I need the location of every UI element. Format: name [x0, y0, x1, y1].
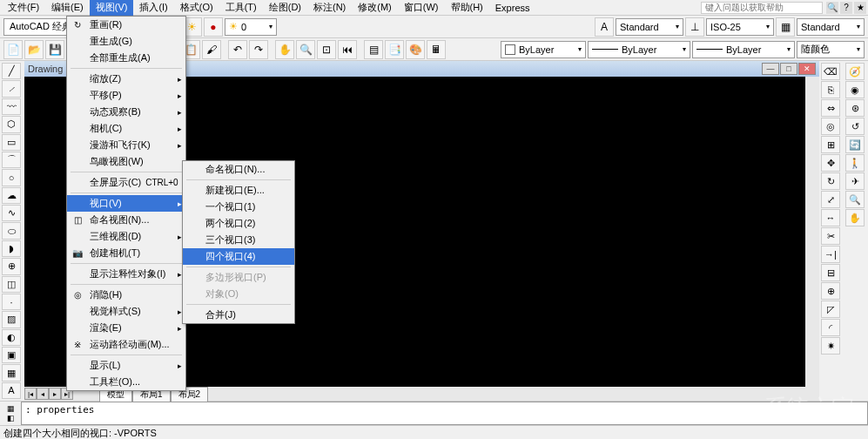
- menu-view[interactable]: 视图(V): [90, 0, 134, 16]
- save-icon[interactable]: 💾: [45, 40, 64, 59]
- maximize-button[interactable]: □: [780, 63, 797, 75]
- menu-item[interactable]: 显示(L)▸: [67, 357, 185, 374]
- join-icon[interactable]: ⊕: [821, 282, 840, 300]
- trim-icon[interactable]: ✂: [821, 227, 840, 245]
- layer-dropdown[interactable]: ☀0▾: [225, 18, 277, 36]
- menu-item[interactable]: 鸟瞰视图(W): [67, 153, 185, 170]
- matchprop-icon[interactable]: 🖌: [202, 40, 221, 59]
- menu-tools[interactable]: 工具(T): [219, 0, 263, 16]
- menu-item[interactable]: 全部重生成(A): [67, 50, 185, 66]
- rotate-icon[interactable]: ↻: [821, 172, 840, 190]
- rectangle-icon[interactable]: ▭: [2, 134, 21, 151]
- textstyle-dropdown[interactable]: Standard▾: [616, 18, 683, 36]
- extend-icon[interactable]: →|: [821, 246, 840, 263]
- menu-item[interactable]: 命名视口(N)...: [183, 161, 294, 178]
- menu-item[interactable]: 一个视口(1): [183, 199, 294, 215]
- color-dropdown[interactable]: ByLayer▾: [501, 41, 586, 58]
- circle-icon[interactable]: ○: [2, 169, 21, 186]
- table-icon[interactable]: ▦: [2, 364, 21, 381]
- move-icon[interactable]: ✥: [821, 154, 840, 172]
- minimize-button[interactable]: —: [762, 63, 779, 75]
- menu-item[interactable]: ◎消隐(H): [67, 287, 185, 303]
- menu-edit[interactable]: 编辑(E): [45, 0, 90, 16]
- menu-express[interactable]: Express: [489, 1, 536, 15]
- revcloud-icon[interactable]: ☁: [2, 187, 21, 204]
- menu-draw[interactable]: 绘图(D): [263, 0, 307, 16]
- ellipsearc-icon[interactable]: ◗: [2, 240, 21, 257]
- scale-icon[interactable]: ⤢: [821, 191, 840, 208]
- menu-insert[interactable]: 插入(I): [133, 0, 173, 16]
- menu-dimension[interactable]: 标注(N): [307, 0, 352, 16]
- block-icon[interactable]: ◫: [2, 276, 21, 293]
- command-line[interactable]: : properties: [21, 402, 868, 425]
- cont-orbit-icon[interactable]: ↺: [845, 118, 865, 135]
- menu-format[interactable]: 格式(O): [174, 0, 219, 16]
- menu-item[interactable]: 两个视口(2): [183, 215, 294, 232]
- erase-icon[interactable]: ⌫: [821, 63, 840, 80]
- copyobj-icon[interactable]: ⎘: [821, 81, 840, 98]
- cmd-history-icon[interactable]: ◧: [7, 414, 15, 422]
- toolpalette-icon[interactable]: 🎨: [406, 40, 425, 59]
- mirror-icon[interactable]: ⇔: [821, 99, 840, 117]
- menu-item[interactable]: 四个视口(4): [183, 248, 294, 265]
- pline-icon[interactable]: 〰: [2, 98, 21, 115]
- sheetset-icon[interactable]: 📑: [385, 40, 404, 59]
- stretch-icon[interactable]: ↔: [821, 209, 840, 226]
- menu-item[interactable]: 全屏显示(C)CTRL+0: [67, 174, 185, 191]
- tab-nav-next[interactable]: ▸: [49, 388, 61, 400]
- layer-off-icon[interactable]: ●: [204, 17, 223, 37]
- menu-item[interactable]: 显示注释性对象(I)▸: [67, 266, 185, 282]
- hatch-icon[interactable]: ▨: [2, 311, 21, 328]
- constrained-orbit-icon[interactable]: ◉: [845, 81, 865, 98]
- textstyle-icon[interactable]: A: [595, 17, 614, 37]
- menu-modify[interactable]: 修改(M): [352, 0, 398, 16]
- redo-icon[interactable]: ↷: [249, 40, 268, 59]
- vertical-scrollbar[interactable]: [805, 77, 819, 387]
- search-icon[interactable]: 🔍: [826, 2, 838, 14]
- free-orbit-icon[interactable]: ⊛: [845, 99, 865, 117]
- menu-item[interactable]: ◫命名视图(N)...: [67, 212, 185, 228]
- menu-item[interactable]: 相机(C)▸: [67, 120, 185, 137]
- menu-help[interactable]: 帮助(H): [445, 0, 489, 16]
- compass-icon[interactable]: 🧭: [845, 63, 865, 80]
- zoomwindow-icon[interactable]: ⊡: [317, 40, 336, 59]
- menu-item[interactable]: 三维视图(D)▸: [67, 228, 185, 245]
- help-icon[interactable]: ?: [840, 2, 852, 14]
- tab-nav-first[interactable]: |◂: [24, 388, 37, 400]
- pan2-icon[interactable]: ✋: [845, 209, 865, 226]
- offset-icon[interactable]: ◎: [821, 118, 840, 135]
- zoomprev-icon[interactable]: ⏮: [338, 40, 357, 59]
- zoom2-icon[interactable]: 🔍: [845, 191, 865, 208]
- menu-item[interactable]: 平移(P)▸: [67, 87, 185, 104]
- tablestyle-icon[interactable]: ▦: [776, 17, 795, 37]
- open-icon[interactable]: 📂: [24, 40, 44, 59]
- mtext-icon[interactable]: A: [2, 382, 21, 399]
- menu-item[interactable]: 视觉样式(S)▸: [67, 303, 185, 320]
- region-icon[interactable]: ▣: [2, 347, 21, 363]
- menu-item[interactable]: ↻重画(R): [67, 17, 185, 33]
- menu-item[interactable]: 工具栏(O)...: [67, 374, 185, 390]
- break-icon[interactable]: ⊟: [821, 264, 840, 281]
- zoom-icon[interactable]: 🔍: [296, 40, 315, 59]
- plotstyle-dropdown[interactable]: 随颜色▾: [797, 41, 865, 58]
- menu-item[interactable]: 视口(V)▸: [67, 195, 185, 212]
- array-icon[interactable]: ⊞: [821, 136, 840, 153]
- arc-icon[interactable]: ⌒: [2, 152, 21, 168]
- polygon-icon[interactable]: ⬡: [2, 116, 21, 132]
- lineweight-dropdown[interactable]: ByLayer▾: [692, 41, 795, 58]
- gradient-icon[interactable]: ◐: [2, 329, 21, 346]
- cmd-grip-icon[interactable]: ▦: [7, 404, 15, 413]
- tablestyle-dropdown[interactable]: Standard▾: [797, 18, 865, 36]
- calculator-icon[interactable]: 🖩: [427, 40, 446, 59]
- menu-item[interactable]: 缩放(Z)▸: [67, 71, 185, 87]
- ellipse-icon[interactable]: ⬭: [2, 222, 21, 239]
- star-icon[interactable]: ★: [854, 2, 866, 14]
- point-icon[interactable]: ·: [2, 294, 21, 310]
- new-icon[interactable]: 📄: [3, 40, 23, 59]
- undo-icon[interactable]: ↶: [228, 40, 247, 59]
- linetype-dropdown[interactable]: ByLayer▾: [588, 41, 690, 58]
- menu-item[interactable]: 📷创建相机(T): [67, 245, 185, 261]
- help-search-input[interactable]: [701, 2, 823, 14]
- xline-icon[interactable]: ⟋: [2, 80, 21, 97]
- menu-file[interactable]: 文件(F): [2, 0, 45, 16]
